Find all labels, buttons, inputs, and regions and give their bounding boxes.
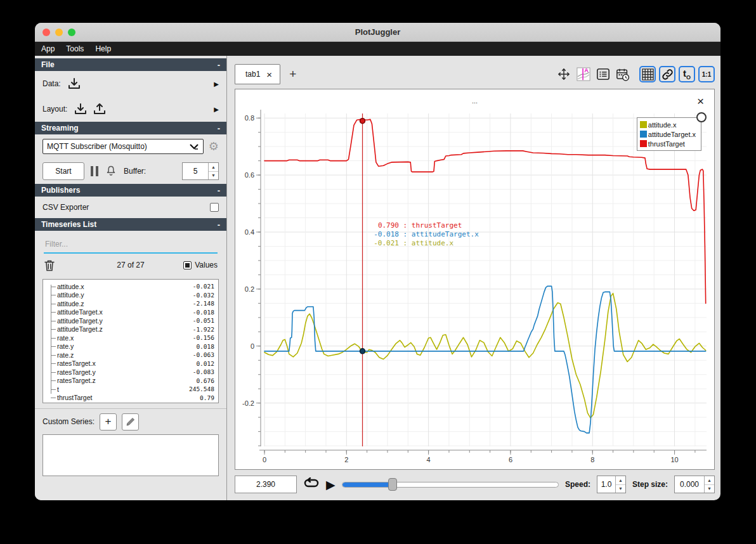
timeseries-name: rate.x bbox=[57, 334, 193, 342]
values-toggle[interactable]: Values bbox=[183, 261, 218, 269]
menu-item-tools[interactable]: Tools bbox=[66, 44, 84, 53]
step-size-spinner[interactable]: 0.000 ▲▼ bbox=[674, 476, 715, 493]
step-size-value: 0.000 bbox=[675, 476, 704, 493]
tracker-style-icon[interactable]: A bbox=[575, 66, 592, 82]
add-custom-series-button[interactable]: + bbox=[100, 413, 117, 431]
timeseries-row[interactable]: rate.z-0.063 bbox=[43, 351, 214, 359]
gear-icon[interactable]: ⚙ bbox=[209, 141, 219, 152]
filter-input[interactable] bbox=[44, 237, 218, 254]
timeseries-section-header[interactable]: Timeseries List - bbox=[35, 218, 226, 231]
load-data-icon[interactable] bbox=[67, 77, 81, 90]
legend-label: attitude.x bbox=[648, 121, 677, 129]
layout-label: Layout: bbox=[42, 105, 67, 113]
timeseries-row[interactable]: ratesTarget.x0.012 bbox=[43, 359, 214, 368]
menu-item-help[interactable]: Help bbox=[95, 44, 111, 53]
timeseries-value: -0.032 bbox=[193, 292, 214, 299]
collapse-icon[interactable]: - bbox=[218, 60, 220, 70]
collapse-icon[interactable]: - bbox=[218, 124, 220, 133]
timeseries-row[interactable]: attitude.y-0.032 bbox=[43, 291, 214, 300]
slider-track[interactable] bbox=[342, 482, 559, 488]
streaming-source-select[interactable]: MQTT Subscriber (Mosquitto) bbox=[42, 139, 204, 154]
plot-widget[interactable]: 02468100.80.60.40.20-0.2 ... × attitude.… bbox=[235, 89, 715, 470]
datetime-icon[interactable] bbox=[615, 66, 631, 82]
timeseries-row[interactable]: attitudeTarget.y-0.051 bbox=[43, 316, 214, 325]
ratio-icon[interactable]: 1:1 bbox=[698, 66, 715, 82]
current-time-field[interactable]: 2.390 bbox=[235, 476, 297, 493]
edit-custom-series-button[interactable] bbox=[122, 413, 139, 431]
link-axes-icon[interactable] bbox=[659, 66, 675, 82]
legend-item[interactable]: attitude.x bbox=[640, 120, 696, 129]
close-tab-icon[interactable]: × bbox=[266, 70, 272, 79]
legend-item[interactable]: thrustTarget bbox=[640, 139, 696, 148]
add-tab-button[interactable]: + bbox=[289, 67, 296, 81]
tracker-tooltip-line: 0.790 : thrustTarget bbox=[370, 221, 479, 230]
collapse-icon[interactable]: - bbox=[218, 220, 220, 230]
timeseries-row[interactable]: thrustTarget0.79 bbox=[43, 394, 214, 403]
custom-series-list bbox=[42, 434, 219, 476]
timeseries-name: rate.z bbox=[57, 351, 193, 359]
load-layout-icon[interactable] bbox=[74, 103, 88, 115]
timeseries-name: thrustTarget bbox=[57, 394, 200, 401]
save-layout-icon[interactable] bbox=[93, 103, 107, 115]
timeseries-row[interactable]: rate.x-0.156 bbox=[43, 334, 214, 342]
svg-text:0.2: 0.2 bbox=[245, 285, 254, 293]
timeseries-row[interactable]: attitude.x-0.021 bbox=[43, 282, 214, 291]
spin-up-icon[interactable]: ▲ bbox=[209, 163, 218, 172]
timeseries-value: 0.018 bbox=[196, 343, 214, 350]
timeseries-row[interactable]: attitudeTarget.z-1.922 bbox=[43, 325, 214, 334]
pan-icon[interactable] bbox=[556, 66, 572, 82]
timeseries-row[interactable]: t245.548 bbox=[43, 385, 214, 394]
timeseries-row[interactable]: attitudeTarget.x-0.018 bbox=[43, 308, 214, 317]
csv-exporter-checkbox[interactable] bbox=[210, 203, 219, 212]
spin-up-icon[interactable]: ▲ bbox=[705, 476, 714, 485]
layout-expand-arrow[interactable]: ▶ bbox=[214, 106, 219, 113]
buffer-spinner[interactable]: 5 ▲▼ bbox=[182, 162, 219, 180]
loop-icon[interactable] bbox=[303, 477, 320, 491]
timeseries-name: attitudeTarget.x bbox=[57, 308, 193, 316]
tracker-tooltip: 0.790 : thrustTarget-0.018 : attitudeTar… bbox=[370, 221, 479, 248]
plot-legend[interactable]: attitude.xattitudeTarget.xthrustTarget bbox=[637, 117, 701, 151]
svg-text:0: 0 bbox=[251, 342, 254, 350]
timeseries-row[interactable]: attitude.z-2.148 bbox=[43, 299, 214, 308]
timeseries-row[interactable]: ratesTarget.y-0.083 bbox=[43, 368, 214, 377]
menu-item-app[interactable]: App bbox=[41, 44, 55, 53]
legend-handle-icon[interactable] bbox=[696, 112, 707, 122]
chevron-down-icon bbox=[189, 143, 199, 150]
bell-icon[interactable] bbox=[105, 165, 117, 178]
csv-exporter-label: CSV Exporter bbox=[42, 203, 89, 212]
legend-list-icon[interactable] bbox=[595, 66, 611, 82]
trash-icon[interactable] bbox=[44, 259, 55, 271]
collapse-icon[interactable]: - bbox=[218, 186, 220, 195]
start-button[interactable]: Start bbox=[42, 162, 84, 180]
data-expand-arrow[interactable]: ▶ bbox=[214, 81, 219, 87]
close-plot-icon[interactable]: × bbox=[697, 95, 704, 107]
timeseries-value: 245.548 bbox=[189, 385, 214, 392]
time-slider[interactable] bbox=[342, 477, 559, 492]
timeseries-name: rate.y bbox=[57, 342, 196, 350]
values-checkbox[interactable] bbox=[183, 261, 192, 269]
spin-up-icon[interactable]: ▲ bbox=[616, 476, 625, 485]
grid-icon[interactable] bbox=[639, 66, 656, 82]
timeseries-name: ratesTarget.y bbox=[57, 368, 193, 376]
spin-down-icon[interactable]: ▼ bbox=[616, 485, 625, 493]
spin-down-icon[interactable]: ▼ bbox=[209, 172, 218, 180]
file-section-header[interactable]: File - bbox=[35, 58, 226, 71]
spin-down-icon[interactable]: ▼ bbox=[705, 485, 714, 493]
timeseries-row[interactable]: ratesTarget.z0.676 bbox=[43, 377, 214, 385]
streaming-section-header[interactable]: Streaming - bbox=[35, 122, 226, 134]
publishers-section-header[interactable]: Publishers - bbox=[35, 184, 226, 197]
timeseries-name: attitude.z bbox=[57, 300, 193, 308]
timeseries-row[interactable]: rate.y0.018 bbox=[43, 342, 214, 351]
play-button[interactable]: ▶ bbox=[326, 479, 336, 491]
pause-icon[interactable] bbox=[91, 166, 98, 176]
legend-item[interactable]: attitudeTarget.x bbox=[640, 129, 696, 139]
timeseries-value: -0.083 bbox=[193, 368, 214, 375]
timeseries-value: -0.051 bbox=[193, 317, 214, 324]
streaming-source-value: MQTT Subscriber (Mosquitto) bbox=[47, 142, 147, 151]
svg-text:0: 0 bbox=[263, 456, 266, 463]
speed-spinner[interactable]: 1.0 ▲▼ bbox=[597, 476, 626, 493]
slider-handle[interactable] bbox=[388, 478, 397, 491]
time-offset-icon[interactable]: tO bbox=[679, 66, 695, 82]
tab-tab1[interactable]: tab1 × bbox=[235, 64, 280, 84]
svg-text:-0.2: -0.2 bbox=[242, 399, 254, 407]
